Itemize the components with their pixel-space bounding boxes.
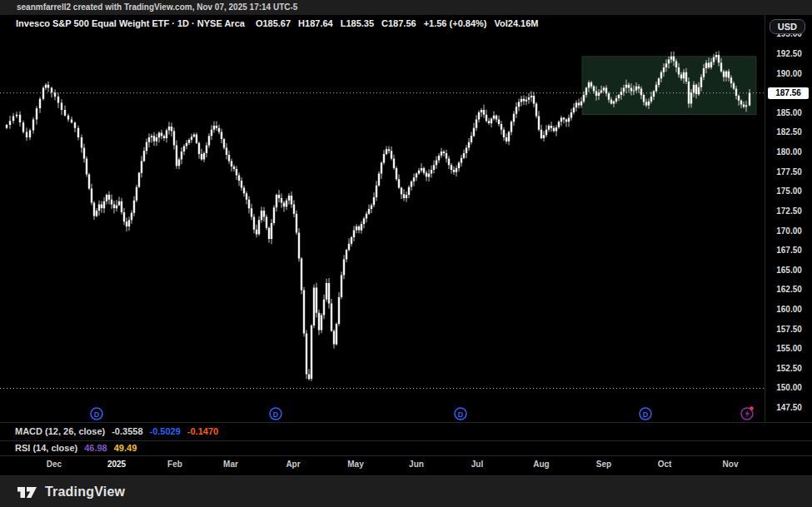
earnings-marker[interactable] [741, 406, 754, 420]
ohlc-open: O185.67 [256, 18, 291, 28]
attribution-bar: seanmfarrell2 created with TradingView.c… [0, 0, 812, 15]
price-tick: 185.00 [765, 108, 812, 117]
time-tick-month[interactable]: Jul [471, 460, 483, 469]
time-tick-month[interactable]: Jun [409, 460, 424, 469]
time-tick-month[interactable]: Mar [223, 460, 238, 469]
price-chart[interactable]: DDDD [0, 15, 765, 422]
time-tick-month[interactable]: Nov [723, 460, 739, 469]
time-tick-month[interactable]: Feb [167, 460, 182, 469]
current-price-label: 187.56 [768, 87, 809, 99]
attribution-text: seanmfarrell2 created with TradingView.c… [17, 2, 297, 12]
rsi-label[interactable]: RSI (14, close) [15, 443, 77, 453]
price-tick: 165.00 [765, 266, 812, 275]
price-tick: 162.50 [765, 285, 812, 294]
highlight-zone[interactable] [582, 57, 756, 115]
price-tick: 152.50 [765, 364, 812, 373]
time-tick-year[interactable]: 2025 [107, 460, 126, 469]
symbol-title[interactable]: Invesco S&P 500 Equal Weight ETF · 1D · … [16, 18, 245, 28]
rsi-ma-value: 49.49 [114, 443, 137, 453]
price-tick: 170.00 [765, 226, 812, 236]
price-tick: 167.50 [765, 246, 812, 255]
time-tick-month[interactable]: Oct [658, 460, 672, 469]
price-tick: 177.50 [765, 167, 812, 176]
price-axis[interactable]: 195.00192.50190.00185.00182.50180.00177.… [765, 15, 812, 422]
tradingview-snapshot: seanmfarrell2 created with TradingView.c… [0, 0, 812, 507]
time-tick-month[interactable]: Dec [47, 460, 62, 469]
price-tick: 172.50 [765, 206, 812, 216]
price-tick: 150.00 [765, 383, 812, 392]
dividend-marker[interactable]: D [91, 408, 102, 420]
dividend-marker[interactable]: D [270, 408, 281, 420]
currency-toggle-button[interactable]: USD [770, 19, 805, 34]
price-tick: 157.50 [765, 325, 812, 334]
rsi-pane[interactable]: RSI (14, close)46.9849.49 [0, 441, 812, 455]
tradingview-logo-text[interactable]: TradingView [45, 485, 125, 500]
price-tick: 155.00 [765, 344, 812, 353]
price-tick: 190.00 [765, 69, 812, 78]
dividend-marker[interactable]: D [455, 408, 466, 420]
macd-pane[interactable]: MACD (12, 26, close)-0.3558-0.5029-0.147… [0, 423, 812, 440]
chart-pane[interactable]: DDDD Invesco S&P 500 Equal Weight ETF · … [0, 15, 812, 422]
time-tick-month[interactable]: Aug [533, 460, 549, 469]
change-value: +1.56 (+0.84%) [424, 18, 487, 28]
macd-histogram-value: -0.3558 [112, 426, 142, 436]
time-tick-month[interactable]: Apr [286, 460, 300, 469]
footer-bar: TradingView [0, 476, 812, 507]
price-tick: 160.00 [765, 305, 812, 314]
price-tick: 192.50 [765, 49, 812, 58]
ohlc-close: C187.56 [381, 18, 416, 28]
svg-text:D: D [458, 410, 464, 419]
price-tick: 180.00 [765, 147, 812, 157]
time-tick-month[interactable]: Sep [596, 460, 611, 469]
macd-signal-value: -0.1470 [187, 426, 218, 436]
symbol-legend[interactable]: Invesco S&P 500 Equal Weight ETF · 1D · … [16, 18, 546, 28]
time-tick-month[interactable]: May [347, 460, 363, 469]
svg-text:D: D [643, 410, 649, 419]
ohlc-high: H187.64 [298, 18, 333, 28]
dividend-marker[interactable]: D [640, 408, 651, 420]
macd-line-value: -0.5029 [150, 426, 181, 436]
ohlc-low: L185.35 [341, 18, 374, 28]
price-tick: 182.50 [765, 127, 812, 137]
svg-text:D: D [94, 410, 100, 419]
price-tick: 175.00 [765, 186, 812, 196]
price-tick: 147.50 [765, 403, 812, 412]
macd-label[interactable]: MACD (12, 26, close) [15, 426, 105, 436]
svg-text:D: D [273, 410, 279, 419]
time-axis[interactable]: Dec2025FebMarAprMayJunJulAugSepOctNov [0, 456, 812, 475]
rsi-value: 46.98 [84, 443, 107, 453]
volume-value: Vol24.16M [495, 18, 539, 28]
tradingview-logo-icon[interactable] [17, 484, 38, 500]
